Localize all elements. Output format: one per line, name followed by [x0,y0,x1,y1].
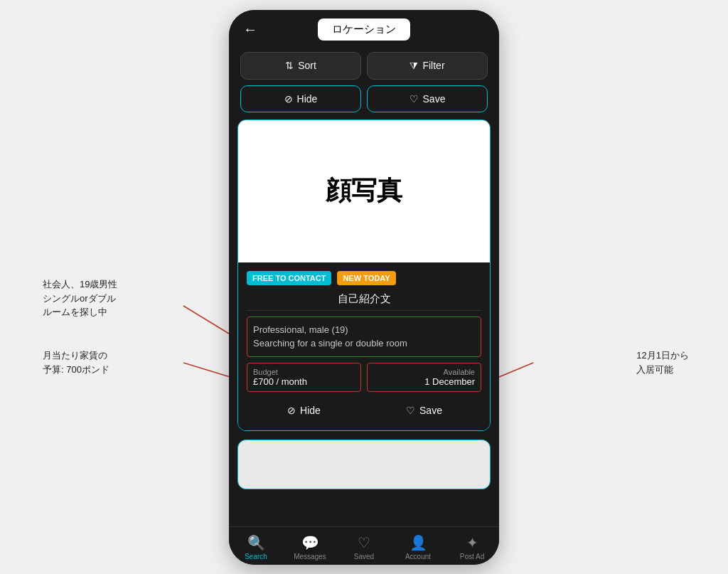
annotation-left2: 月当たり家賃の 予算: 700ポンド [43,349,109,376]
card-hide-icon: ⊘ [287,405,296,416]
nav-item-search[interactable]: 🔍 Search [229,533,283,562]
profile-title: 自己紹介文 [247,292,481,311]
budget-box: Budget £700 / month [247,363,361,392]
profile-info-box: Professional, male (19) Searching for a … [247,317,481,357]
card-save-label: Save [419,405,442,416]
available-box: Available 1 December [367,363,481,392]
photo-area: 顔写真 [238,120,490,262]
hide-icon-top: ⊘ [284,93,293,105]
details-row: Budget £700 / month Available 1 December [247,363,481,392]
annotation-right1: 12月1日から 入居可能 [636,349,689,376]
messages-icon: 💬 [301,534,319,551]
saved-icon: ♡ [358,534,370,551]
phone-container: ← ロケーション ⇅ Sort ⧩ Filter ⊘ Hide ♡ Save [229,10,499,565]
card-action-row: ⊘ Hide ♡ Save [247,399,481,422]
card-save-button[interactable]: ♡ Save [367,399,481,422]
search-icon: 🔍 [247,534,265,551]
save-icon-top: ♡ [410,93,419,105]
budget-value: £700 / month [253,376,355,387]
profile-line2: Searching for a single or double room [253,336,475,351]
save-button-top[interactable]: ♡ Save [367,85,488,112]
scroll-area[interactable]: 顔写真 FREE TO CONTACT NEW TODAY 自己紹介文 Prof… [229,119,499,526]
bottom-nav: 🔍 Search 💬 Messages ♡ Saved 👤 Account ✦ … [229,526,499,565]
nav-item-saved[interactable]: ♡ Saved [337,533,391,562]
available-value: 1 December [373,376,475,387]
card-dark-section: FREE TO CONTACT NEW TODAY 自己紹介文 Professi… [238,262,490,430]
save-label-top: Save [423,93,446,105]
nav-label-search: Search [245,553,267,560]
hide-button-top[interactable]: ⊘ Hide [240,85,361,112]
listing-card: 顔写真 FREE TO CONTACT NEW TODAY 自己紹介文 Prof… [237,119,491,431]
sort-button[interactable]: ⇅ Sort [240,52,361,80]
photo-placeholder: 顔写真 [326,174,402,208]
budget-label: Budget [253,368,355,376]
sort-icon: ⇅ [285,60,294,71]
card-save-icon: ♡ [406,405,415,416]
hide-label-top: Hide [297,93,318,105]
phone-header: ← ロケーション [229,10,499,46]
nav-item-account[interactable]: 👤 Account [391,533,445,562]
sort-filter-row: ⇅ Sort ⧩ Filter [229,46,499,85]
second-card-partial [237,440,491,489]
badge-row: FREE TO CONTACT NEW TODAY [247,271,481,285]
account-icon: 👤 [410,534,427,551]
filter-icon: ⧩ [410,60,418,72]
profile-line1: Professional, male (19) [253,323,475,337]
header-title: ロケーション [318,18,410,41]
annotation-left1: 社会人、19歳男性 シングルorダブル ルームを探し中 [43,277,117,319]
filter-button[interactable]: ⧩ Filter [367,52,488,80]
nav-label-postad: Post Ad [460,553,484,560]
back-button[interactable]: ← [243,21,257,38]
badge-free: FREE TO CONTACT [247,271,331,285]
hide-save-row: ⊘ Hide ♡ Save [229,85,499,119]
card-hide-button[interactable]: ⊘ Hide [247,399,361,422]
filter-label: Filter [422,60,444,71]
nav-item-postad[interactable]: ✦ Post Ad [445,533,499,562]
nav-label-messages: Messages [294,553,326,560]
sort-label: Sort [298,60,316,71]
postad-icon: ✦ [466,534,478,551]
nav-label-account: Account [405,553,431,560]
nav-item-messages[interactable]: 💬 Messages [283,533,337,562]
page-wrapper: 社会人、19歳男性 シングルorダブル ルームを探し中 月当たり家賃の 予算: … [0,0,728,574]
badge-new: NEW TODAY [337,271,395,285]
nav-label-saved: Saved [354,553,374,560]
card-hide-label: Hide [300,405,321,416]
available-label: Available [373,368,475,376]
